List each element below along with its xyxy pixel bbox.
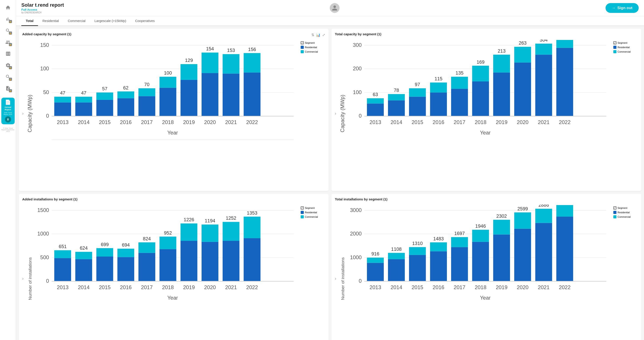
legend4-segment: ✓ Segment [613, 206, 638, 209]
svg-rect-89 [535, 55, 552, 116]
svg-text:2015: 2015 [412, 285, 423, 290]
svg-rect-26 [160, 88, 176, 116]
svg-text:2016: 2016 [120, 119, 132, 125]
tab-residential[interactable]: Residential [38, 16, 63, 26]
added-capacity-toolbar: ⇅ 📊 ⤢ [311, 33, 325, 37]
added-capacity-chart: Capacity (MWp) 150 100 50 0 [25, 39, 299, 187]
sidebar-chart-icon[interactable]: 🔒 [3, 14, 13, 24]
svg-text:63: 63 [373, 92, 378, 97]
svg-text:0: 0 [46, 113, 49, 119]
legend2-res-color [613, 46, 616, 49]
annual-report-badge[interactable]: 📄 Annual Report Solar Trend Report 2023 … [1, 98, 15, 124]
expand-icon[interactable]: ⤢ [322, 33, 325, 37]
svg-text:2017: 2017 [141, 119, 153, 125]
legend4-com-color [613, 215, 616, 218]
svg-text:57: 57 [102, 86, 108, 91]
sidebar-settings-icon[interactable]: 🔒 [3, 60, 13, 70]
svg-rect-160 [367, 258, 384, 263]
svg-text:100: 100 [164, 70, 172, 76]
sign-out-label: Sign out [617, 6, 632, 10]
svg-text:2020: 2020 [204, 285, 216, 290]
legend4-segment-label: Segment [618, 207, 627, 209]
total-capacity-legend: ✓ Segment Residential Commercial [613, 39, 638, 187]
sort-icon[interactable]: ⇅ [311, 33, 314, 37]
svg-text:694: 694 [122, 242, 130, 248]
tab-total[interactable]: Total [21, 16, 38, 26]
logo: Solar t.rend report Full Access by ONERE… [21, 2, 64, 14]
header: Solar t.rend report Full Access by ONERE… [16, 0, 644, 16]
legend-residential-label: Residential [305, 46, 317, 49]
added-capacity-card: Added capacity by segment (1) ⇅ 📊 ⤢ › Ca… [19, 29, 329, 191]
legend4-segment-check: ✓ [613, 206, 616, 209]
svg-rect-159 [367, 263, 384, 281]
svg-rect-120 [117, 257, 134, 281]
total-installations-title: Total installations by segment (1) [335, 197, 387, 201]
svg-text:150: 150 [40, 42, 49, 48]
svg-text:2020: 2020 [517, 119, 529, 125]
sidebar-table-icon[interactable] [3, 49, 13, 59]
svg-text:2021: 2021 [225, 119, 237, 125]
app-byline: by ONERESEARCH [21, 11, 64, 14]
total-installations-prev-btn[interactable]: › [335, 276, 336, 281]
svg-rect-10 [75, 103, 92, 116]
bar-2013-com [54, 97, 71, 103]
legend-residential: Residential [301, 46, 325, 49]
svg-rect-94 [556, 40, 573, 48]
svg-rect-27 [160, 77, 176, 88]
svg-rect-108 [54, 258, 71, 281]
svg-text:1483: 1483 [433, 236, 444, 241]
svg-rect-70 [430, 83, 447, 93]
total-installations-legend: ✓ Segment Residential Commercial [613, 205, 638, 340]
total-capacity-prev-btn[interactable]: › [335, 111, 336, 116]
svg-text:1000: 1000 [350, 255, 362, 260]
svg-text:2013: 2013 [57, 285, 69, 290]
tab-cooperatives[interactable]: Cooperatives [131, 16, 159, 26]
legend-commercial-label: Commercial [305, 50, 318, 53]
legend2-segment: ✓ Segment [613, 41, 638, 44]
added-installations-body: › Number of installations 1500 1000 500 … [22, 205, 325, 340]
svg-text:169: 169 [477, 59, 485, 65]
svg-rect-18 [117, 98, 134, 116]
svg-rect-73 [451, 89, 468, 116]
lock-badge: 🔒 [9, 20, 12, 23]
svg-rect-133 [180, 223, 197, 241]
tab-commercial[interactable]: Commercial [63, 16, 90, 26]
svg-text:135: 135 [456, 70, 464, 76]
svg-rect-93 [556, 48, 573, 116]
added-installations-title: Added installations by segment (1) [22, 197, 77, 201]
app-title: Solar t.rend report [21, 2, 64, 8]
bar-icon[interactable]: 📊 [316, 33, 320, 37]
svg-text:2015: 2015 [412, 119, 423, 125]
tab-largescale[interactable]: Largescale (>15kWp) [90, 16, 131, 26]
svg-rect-82 [493, 55, 510, 72]
annual-report-label: Annual Report [4, 106, 11, 111]
sidebar-search-icon[interactable]: 🔒 [3, 26, 13, 35]
avatar[interactable] [330, 3, 340, 13]
legend2-segment-label: Segment [618, 41, 627, 44]
svg-text:Number of installations: Number of installations [340, 257, 345, 300]
added-installations-prev-btn[interactable]: › [22, 276, 24, 281]
svg-text:0: 0 [46, 278, 49, 284]
legend3-res-label: Residential [305, 211, 317, 214]
sidebar-people-icon[interactable]: 🔒 [3, 37, 13, 47]
added-capacity-prev-btn[interactable]: › [22, 111, 24, 116]
svg-text:62: 62 [123, 85, 128, 91]
svg-rect-43 [244, 53, 260, 73]
sidebar-doc-icon[interactable]: 🔒 [3, 83, 13, 93]
svg-rect-195 [556, 217, 573, 281]
svg-rect-58 [367, 98, 384, 104]
legend-commercial: Commercial [301, 50, 325, 53]
svg-text:2022: 2022 [559, 285, 571, 290]
svg-text:1353: 1353 [247, 210, 257, 215]
svg-rect-42 [244, 73, 260, 116]
copyright-text: © Solar Trend Report Full Access 2023 [0, 126, 16, 133]
sidebar-home-icon[interactable] [3, 3, 13, 12]
sign-out-button[interactable]: → Sign out [606, 3, 639, 13]
svg-text:2019: 2019 [183, 119, 195, 125]
annual-report-download-button[interactable]: ⬇ [5, 116, 11, 123]
sidebar-search2-icon[interactable]: 🔒 [3, 72, 13, 82]
svg-text:Year: Year [167, 130, 178, 136]
svg-text:78: 78 [394, 88, 399, 93]
annual-report-doc-icon: 📄 [5, 99, 11, 105]
svg-rect-128 [160, 249, 176, 281]
